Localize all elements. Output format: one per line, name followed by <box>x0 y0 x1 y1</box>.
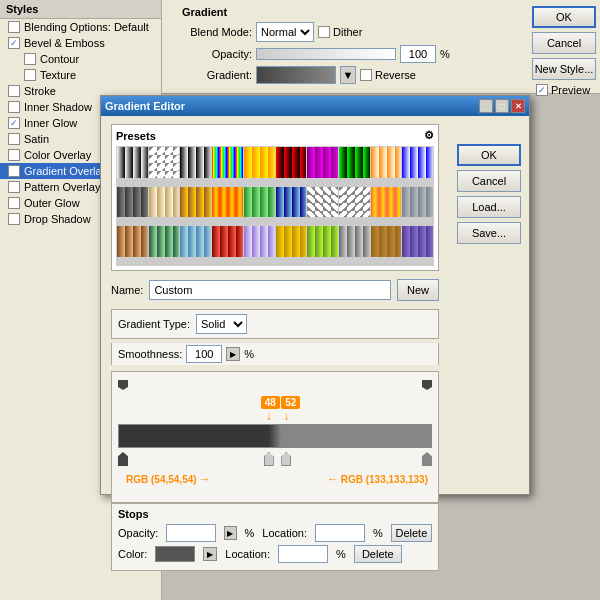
opacity-stop-right[interactable] <box>422 380 432 394</box>
name-input[interactable] <box>149 280 391 300</box>
smoothness-label: Smoothness: <box>118 348 182 360</box>
preset-cell[interactable] <box>117 187 148 218</box>
ok-button[interactable]: OK <box>532 6 596 28</box>
layer-label: Stroke <box>24 85 56 97</box>
opacity-stop-input[interactable] <box>166 524 216 542</box>
layer-checkbox[interactable] <box>8 149 20 161</box>
presets-box: Presets ⚙ <box>111 124 439 271</box>
preset-cell[interactable] <box>117 226 148 257</box>
gradient-dropdown-btn[interactable]: ▼ <box>340 66 356 84</box>
gradient-bar[interactable] <box>118 424 432 448</box>
opacity-input[interactable] <box>400 45 436 63</box>
presets-header: Presets ⚙ <box>116 129 434 142</box>
layer-checkbox[interactable] <box>8 21 20 33</box>
delete-btn-2[interactable]: Delete <box>354 545 402 563</box>
layer-checkbox[interactable] <box>24 53 36 65</box>
dialog-save-btn[interactable]: Save... <box>457 222 521 244</box>
preset-cell[interactable] <box>307 147 338 178</box>
layer-checkbox[interactable] <box>8 165 20 177</box>
close-btn[interactable]: ✕ <box>511 99 525 113</box>
preset-cell[interactable] <box>149 147 180 178</box>
color-swatch[interactable] <box>155 546 195 562</box>
location-input-1[interactable] <box>315 524 365 542</box>
color-stop-48[interactable] <box>264 452 274 466</box>
smoothness-input[interactable] <box>186 345 222 363</box>
gear-icon[interactable]: ⚙ <box>424 129 434 142</box>
dialog-load-btn[interactable]: Load... <box>457 196 521 218</box>
preset-cell[interactable] <box>244 187 275 218</box>
layer-checkbox[interactable] <box>8 213 20 225</box>
layer-checkbox[interactable] <box>8 85 20 97</box>
dialog-ok-btn[interactable]: OK <box>457 144 521 166</box>
preset-cell[interactable] <box>180 147 211 178</box>
preset-cell[interactable] <box>276 226 307 257</box>
delete-btn-1[interactable]: Delete <box>391 524 432 542</box>
preset-cell[interactable] <box>307 226 338 257</box>
preset-cell[interactable] <box>212 226 243 257</box>
opacity-slider[interactable] <box>256 48 396 60</box>
opacity-stop-stepper[interactable]: ▶ <box>224 526 236 540</box>
preset-cell[interactable] <box>402 187 433 218</box>
dialog-titlebar: Gradient Editor _ □ ✕ <box>101 96 529 116</box>
preset-cell[interactable] <box>276 187 307 218</box>
preset-cell[interactable] <box>149 187 180 218</box>
location-input-2[interactable] <box>278 545 328 563</box>
layer-checkbox[interactable] <box>8 181 20 193</box>
left-rgb-text: RGB (54,54,54) <box>126 474 197 485</box>
minimize-btn[interactable]: _ <box>479 99 493 113</box>
preset-cell[interactable] <box>339 226 370 257</box>
maximize-btn[interactable]: □ <box>495 99 509 113</box>
layer-item[interactable]: Contour <box>0 51 161 67</box>
reverse-label: Reverse <box>375 69 416 81</box>
preset-cell[interactable] <box>244 147 275 178</box>
preset-cell[interactable] <box>339 187 370 218</box>
preset-cell[interactable] <box>212 147 243 178</box>
smoothness-stepper[interactable]: ▶ <box>226 347 240 361</box>
preview-checkbox[interactable] <box>536 84 548 96</box>
preset-cell[interactable] <box>402 226 433 257</box>
color-stop-right-edge[interactable] <box>422 452 432 466</box>
opacity-stop-left[interactable] <box>118 380 128 394</box>
preset-cell[interactable] <box>371 187 402 218</box>
dither-label: Dither <box>333 26 362 38</box>
layer-item[interactable]: Blending Options: Default <box>0 19 161 35</box>
layer-checkbox[interactable] <box>8 101 20 113</box>
preset-cell[interactable] <box>180 226 211 257</box>
gradient-preview-small[interactable] <box>256 66 336 84</box>
layer-item[interactable]: Texture <box>0 67 161 83</box>
layer-checkbox[interactable] <box>8 37 20 49</box>
preset-cell[interactable] <box>339 147 370 178</box>
blend-mode-select[interactable]: Normal <box>256 22 314 42</box>
arrow-down-52: ↓ <box>283 410 289 422</box>
preset-cell[interactable] <box>117 147 148 178</box>
preset-cell[interactable] <box>371 147 402 178</box>
preset-cell[interactable] <box>149 226 180 257</box>
layer-checkbox[interactable] <box>24 69 36 81</box>
new-btn[interactable]: New <box>397 279 439 301</box>
preset-cell[interactable] <box>244 226 275 257</box>
styles-title: Styles <box>0 0 161 19</box>
layer-label: Satin <box>24 133 49 145</box>
layer-item[interactable]: Bevel & Emboss <box>0 35 161 51</box>
dither-checkbox[interactable] <box>318 26 330 38</box>
preset-cell[interactable] <box>276 147 307 178</box>
gradient-type-select[interactable]: Solid Noise <box>196 314 247 334</box>
cancel-button[interactable]: Cancel <box>532 32 596 54</box>
new-style-button[interactable]: New Style... <box>532 58 596 80</box>
layer-checkbox[interactable] <box>8 117 20 129</box>
reverse-checkbox[interactable] <box>360 69 372 81</box>
preset-cell[interactable] <box>371 226 402 257</box>
preset-cell[interactable] <box>212 187 243 218</box>
preset-cell[interactable] <box>402 147 433 178</box>
color-stop-left-edge[interactable] <box>118 452 128 466</box>
dialog-title: Gradient Editor <box>105 100 185 112</box>
gradient-bar-area: 48 52 ↓ ↓ <box>111 371 439 503</box>
dialog-cancel-btn[interactable]: Cancel <box>457 170 521 192</box>
preset-cell[interactable] <box>307 187 338 218</box>
color-stop-52[interactable] <box>281 452 291 466</box>
layer-checkbox[interactable] <box>8 197 20 209</box>
layer-checkbox[interactable] <box>8 133 20 145</box>
color-swatch-btn[interactable]: ▶ <box>203 547 217 561</box>
preset-cell[interactable] <box>180 187 211 218</box>
layer-label: Gradient Overlay <box>24 165 107 177</box>
